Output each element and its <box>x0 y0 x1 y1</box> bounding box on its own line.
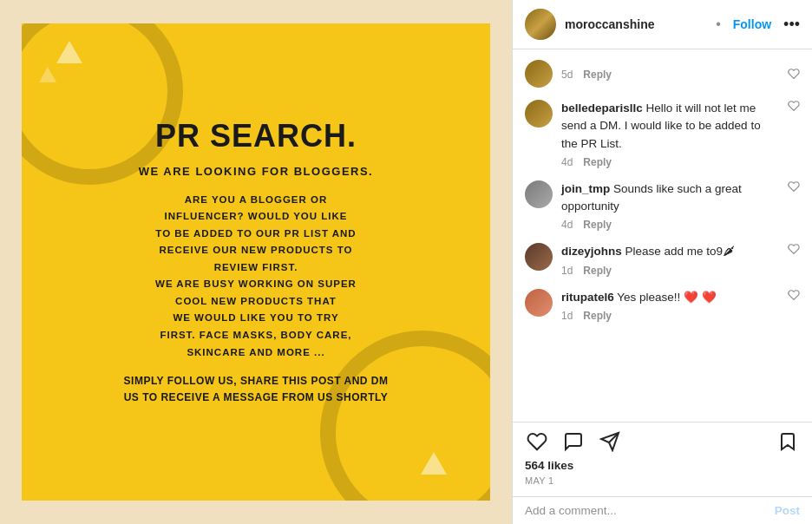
comment-like-icon-4[interactable] <box>788 289 800 301</box>
top-reply-meta: 5d Reply <box>561 69 779 81</box>
comment-content-4: ritupatel6 Yes please!! ❤️ ❤️ 1d Reply <box>561 289 779 322</box>
comment-meta-2: 4d Reply <box>561 219 779 231</box>
comment-like-icon-3[interactable] <box>788 243 800 255</box>
comment-text-4: ritupatel6 Yes please!! ❤️ ❤️ <box>561 289 779 306</box>
comment-row-2: join_tmp Sounds like such a great opport… <box>525 180 800 232</box>
comment-row: belledeparisllc Hello it will not let me… <box>525 100 800 168</box>
comment-username-1: belledeparisllc <box>561 102 643 115</box>
comment-reply-btn-2[interactable]: Reply <box>583 219 612 231</box>
comment-input[interactable] <box>525 504 766 517</box>
comment-meta-4: 1d Reply <box>561 310 779 322</box>
comment-time-4: 1d <box>561 310 573 322</box>
comment-input-row: Post <box>513 496 812 524</box>
comment-username-3: dizeyjohns <box>561 245 622 258</box>
comment-like-icon-2[interactable] <box>788 180 800 193</box>
post-header: moroccanshine • Follow ••• <box>513 0 812 49</box>
more-options-button[interactable]: ••• <box>783 16 800 34</box>
comment-content-1: belledeparisllc Hello it will not let me… <box>561 100 779 168</box>
save-button[interactable] <box>776 429 800 454</box>
comment-text-1: belledeparisllc Hello it will not let me… <box>561 100 779 153</box>
post-date: MAY 1 <box>525 475 800 486</box>
follow-button[interactable]: Follow <box>733 17 771 31</box>
post-cta: SIMPLY FOLLOW US, SHARE THIS POST AND DM… <box>124 373 389 406</box>
comment-button[interactable] <box>561 429 586 454</box>
comment-content-3: dizeyjohns Please add me to9🌶 1d Reply <box>561 243 779 276</box>
comment-avatar-3 <box>525 243 553 271</box>
top-reply-content: 5d Reply <box>561 67 779 81</box>
post-body: ARE YOU A BLOGGER OR INFLUENCER? WOULD Y… <box>155 192 357 361</box>
comment-avatar-2 <box>525 180 553 208</box>
comment-time-3: 1d <box>561 265 573 277</box>
top-reply-avatar <box>525 60 553 88</box>
share-button[interactable] <box>598 429 622 454</box>
top-reply-row: 5d Reply <box>525 60 800 88</box>
top-reply-like-icon[interactable] <box>788 68 800 80</box>
comment-reply-btn-3[interactable]: Reply <box>583 265 612 277</box>
post-image-container: PR SEARCH. WE ARE LOOKING FOR BLOGGERS. … <box>0 0 512 524</box>
comment-meta-1: 4d Reply <box>561 156 779 168</box>
post-image: PR SEARCH. WE ARE LOOKING FOR BLOGGERS. … <box>22 23 490 501</box>
comments-list: 5d Reply belledeparisllc Hello it will n… <box>513 49 812 422</box>
comment-username-2: join_tmp <box>561 182 610 195</box>
action-icons-row <box>525 429 800 454</box>
comments-panel: moroccanshine • Follow ••• 5d Reply <box>512 0 812 524</box>
comment-body-3: Please add me to9🌶 <box>625 245 736 258</box>
comment-time-1: 4d <box>561 156 573 168</box>
comment-row-4: ritupatel6 Yes please!! ❤️ ❤️ 1d Reply <box>525 289 800 322</box>
post-subtitle: WE ARE LOOKING FOR BLOGGERS. <box>139 165 373 178</box>
comment-body-4: Yes please!! ❤️ ❤️ <box>617 291 717 304</box>
comment-meta-3: 1d Reply <box>561 265 779 277</box>
post-title: PR SEARCH. <box>155 118 357 154</box>
likes-count: 564 likes <box>525 459 800 472</box>
comment-row-3: dizeyjohns Please add me to9🌶 1d Reply <box>525 243 800 276</box>
comment-text-3: dizeyjohns Please add me to9🌶 <box>561 243 779 260</box>
comment-reply-btn-1[interactable]: Reply <box>583 156 612 168</box>
comment-avatar-4 <box>525 289 553 317</box>
comment-avatar-1 <box>525 100 553 128</box>
actions-bar: 564 likes MAY 1 <box>513 422 812 496</box>
poster-avatar <box>525 9 556 40</box>
like-button[interactable] <box>525 429 549 454</box>
top-reply-button[interactable]: Reply <box>583 69 612 81</box>
poster-username: moroccanshine <box>565 17 704 31</box>
comment-like-icon-1[interactable] <box>788 100 800 112</box>
comment-time-2: 4d <box>561 219 573 231</box>
comment-username-4: ritupatel6 <box>561 291 614 304</box>
top-reply-time: 5d <box>561 69 573 81</box>
comment-content-2: join_tmp Sounds like such a great opport… <box>561 180 779 232</box>
comment-text-2: join_tmp Sounds like such a great opport… <box>561 180 779 216</box>
comment-reply-btn-4[interactable]: Reply <box>583 310 612 322</box>
post-comment-button[interactable]: Post <box>775 504 800 517</box>
